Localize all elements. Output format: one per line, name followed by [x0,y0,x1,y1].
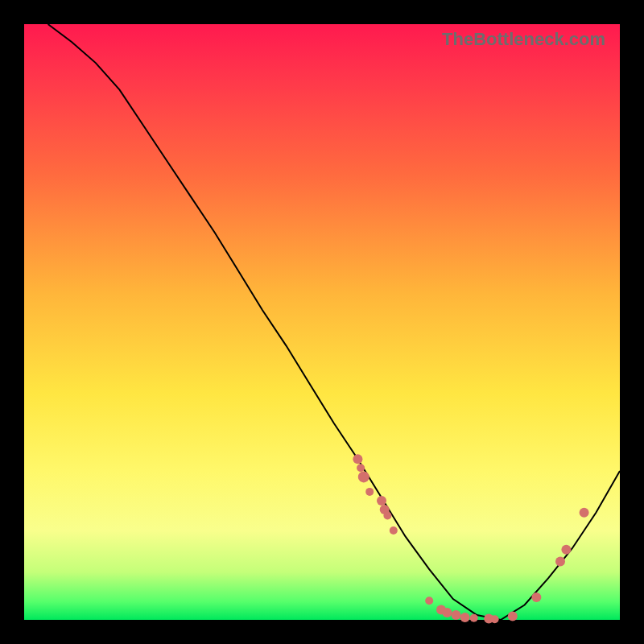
data-point [460,613,470,622]
data-point [390,526,398,535]
data-point [377,496,386,506]
data-point [365,488,374,496]
data-point [531,592,541,602]
data-point [383,512,391,520]
data-point [508,612,518,621]
chart-svg [24,24,620,620]
plot-area: TheBottleneck.com [24,24,620,620]
data-point [442,608,452,617]
data-point [452,610,461,620]
data-point [561,545,571,555]
bottleneck-curve [48,24,620,620]
data-point [470,614,478,622]
chart-container: TheBottleneck.com [0,0,644,644]
data-point [357,464,365,472]
data-point [425,597,433,605]
data-point [491,615,499,623]
data-point [555,557,565,567]
data-point [580,508,589,518]
data-point [353,454,362,464]
data-point [358,471,369,482]
